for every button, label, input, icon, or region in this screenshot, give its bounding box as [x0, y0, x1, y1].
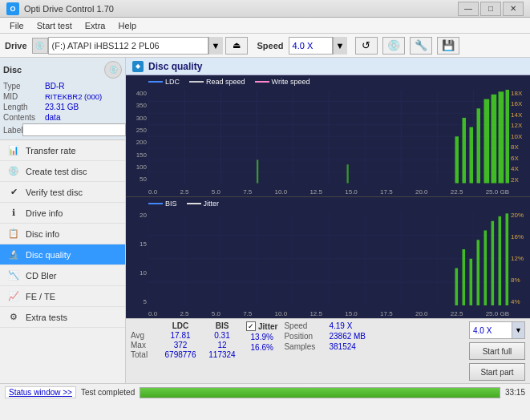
nav-disc-quality[interactable]: 🔬 Disc quality — [0, 244, 125, 265]
jitter-checkbox[interactable]: ✓ — [246, 321, 256, 331]
bis-header: BIS — [204, 321, 240, 330]
svg-rect-20 — [463, 118, 467, 184]
nav-extra-tests[interactable]: ⚙ Extra tests — [0, 307, 125, 328]
avg-label: Avg — [131, 331, 156, 340]
lower-legend: BIS Jitter — [148, 200, 219, 208]
svg-rect-28 — [347, 164, 349, 183]
refresh-button[interactable]: ↺ — [355, 37, 378, 55]
nav-cd-bler[interactable]: 📉 CD Bler — [0, 265, 125, 286]
menu-file[interactable]: File — [3, 19, 30, 32]
progress-bar-container — [140, 387, 500, 398]
max-label: Max — [131, 341, 156, 349]
svg-rect-27 — [257, 160, 258, 183]
titlebar-icon: O — [6, 2, 19, 15]
svg-rect-24 — [492, 95, 497, 184]
bis-legend: BIS — [148, 200, 177, 208]
nav-create-test-disc[interactable]: 💿 Create test disc — [0, 161, 125, 182]
svg-rect-22 — [477, 108, 481, 183]
upper-legend: LDC Read speed Write speed — [148, 78, 310, 86]
nav-disc-info[interactable]: 📋 Disc info — [0, 224, 125, 244]
start-full-button[interactable]: Start full — [469, 342, 525, 360]
titlebar-controls: — □ ✕ — [458, 2, 524, 16]
samples-key: Samples — [284, 342, 326, 351]
menu-help[interactable]: Help — [111, 19, 143, 32]
jitter-max: 16.6% — [246, 343, 277, 352]
bis-avg: 0.31 — [204, 331, 240, 340]
disc-quality-label: Disc quality — [26, 250, 71, 260]
speed-select[interactable]: 4.0 X — [289, 37, 333, 55]
speed-dropdown-arrow-icon[interactable]: ▼ — [512, 322, 524, 338]
status-time: 33:15 — [505, 388, 525, 397]
menu-extra[interactable]: Extra — [79, 19, 112, 32]
lower-chart-svg — [148, 212, 509, 306]
svg-rect-45 — [477, 240, 480, 305]
label-key: Label — [3, 126, 22, 135]
svg-rect-47 — [492, 220, 495, 305]
upper-chart-svg — [148, 90, 509, 184]
maximize-button[interactable]: □ — [480, 2, 501, 16]
drive-select[interactable]: (F:) ATAPI iHBS112 2 PL06 — [48, 37, 208, 55]
menu-start-test[interactable]: Start test — [30, 19, 79, 32]
label-input[interactable] — [22, 123, 126, 136]
drive-icon: 💿 — [32, 38, 48, 54]
ldc-total: 6798776 — [160, 350, 201, 359]
titlebar-title: Opti Drive Control 1.70 — [24, 4, 458, 14]
jitter-legend-label: Jitter — [204, 200, 220, 208]
settings-button[interactable]: 🔧 — [410, 37, 432, 55]
disc-section-title: Disc — [3, 65, 22, 75]
length-value: 23.31 GB — [45, 103, 122, 111]
speed-dropdown-value: 4.0 X — [470, 326, 512, 335]
nav-drive-info[interactable]: ℹ Drive info — [0, 203, 125, 224]
svg-rect-25 — [499, 91, 504, 183]
transfer-rate-label: Transfer rate — [26, 146, 76, 155]
ldc-legend-label: LDC — [165, 78, 180, 86]
svg-rect-44 — [470, 258, 473, 305]
eject-button[interactable]: ⏏ — [225, 37, 248, 55]
fe-te-label: FE / TE — [26, 292, 55, 301]
lower-chart: BIS Jitter 20 15 10 5 20% 16 — [126, 197, 530, 319]
close-button[interactable]: ✕ — [503, 2, 524, 16]
transfer-rate-icon: 📊 — [6, 143, 21, 158]
speed-dropdown-stats[interactable]: 4.0 X ▼ — [469, 321, 525, 339]
start-part-button[interactable]: Start part — [469, 363, 525, 381]
disc-button[interactable]: 💿 — [382, 37, 405, 55]
ldc-header: LDC — [160, 321, 201, 330]
verify-test-disc-icon: ✔ — [6, 185, 21, 200]
total-label: Total — [131, 350, 156, 359]
read-speed-legend-label: Read speed — [206, 78, 245, 86]
content-header: ◆ Disc quality — [126, 58, 530, 75]
stats-bar: LDC BIS Avg 17.81 0.31 Max 372 12 Total … — [126, 318, 530, 383]
ldc-avg: 17.81 — [160, 331, 201, 340]
contents-value: data — [45, 113, 122, 122]
type-key: Type — [3, 82, 45, 91]
speed-dropdown-arrow[interactable]: ▼ — [333, 37, 347, 55]
length-key: Length — [3, 103, 45, 111]
ldc-legend: LDC — [148, 78, 180, 86]
svg-rect-43 — [463, 249, 466, 306]
save-button[interactable]: 💾 — [437, 37, 459, 55]
upper-chart: LDC Read speed Write speed 400 350 300 — [126, 75, 530, 197]
stats-empty — [131, 321, 156, 330]
position-key: Position — [284, 332, 326, 341]
disc-info-label: Disc info — [26, 229, 59, 239]
extra-tests-label: Extra tests — [26, 313, 67, 322]
jitter-label: Jitter — [258, 322, 277, 331]
read-speed-legend: Read speed — [189, 78, 245, 86]
cd-bler-label: CD Bler — [26, 271, 57, 281]
speed-val: 4.19 X — [329, 321, 352, 330]
status-window-button[interactable]: Status window >> — [5, 386, 76, 398]
nav-fe-te[interactable]: 📈 FE / TE — [0, 286, 125, 307]
nav-verify-test-disc[interactable]: ✔ Verify test disc — [0, 182, 125, 203]
status-text: Test completed — [81, 388, 135, 397]
drive-dropdown-arrow[interactable]: ▼ — [208, 37, 223, 55]
disc-info-icon: 📋 — [6, 227, 21, 241]
nav-transfer-rate[interactable]: 📊 Transfer rate — [0, 140, 125, 161]
minimize-button[interactable]: — — [458, 2, 479, 16]
svg-rect-23 — [484, 99, 490, 184]
content-area: ◆ Disc quality LDC Read speed — [126, 58, 530, 383]
type-value: BD-R — [45, 82, 122, 91]
write-speed-legend: Write speed — [255, 78, 310, 86]
drivebar: Drive 💿 (F:) ATAPI iHBS112 2 PL06 ▼ ⏏ Sp… — [0, 34, 530, 58]
chart-container: LDC Read speed Write speed 400 350 300 — [126, 75, 530, 318]
disc-section-icon[interactable]: 💿 — [104, 61, 122, 79]
